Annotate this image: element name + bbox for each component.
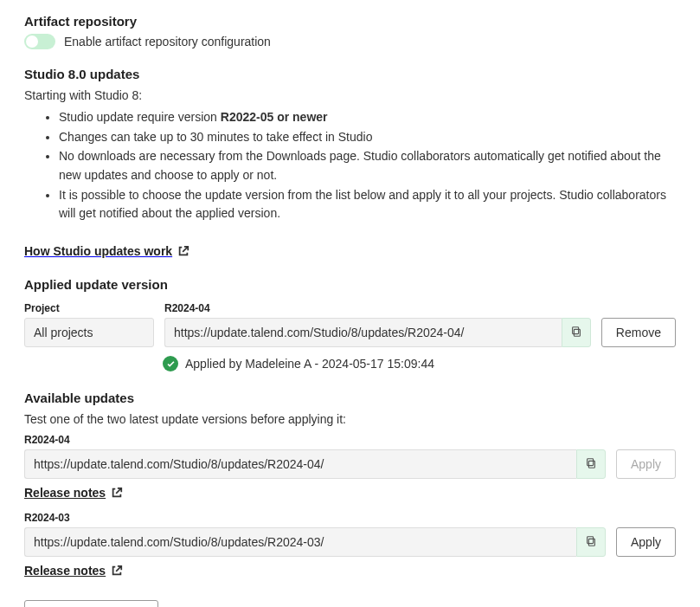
svg-rect-4 <box>588 539 594 546</box>
applied-status: Applied by Madeleine A - 2024-05-17 15:0… <box>185 357 434 371</box>
available-subtitle: Test one of the two latest update versio… <box>24 410 676 429</box>
copy-icon <box>585 457 597 472</box>
list-item: Changes can take up to 30 minutes to tak… <box>59 128 676 147</box>
release-notes-link[interactable]: Release notes <box>24 486 123 500</box>
studio-intro: Starting with Studio 8: <box>24 87 676 105</box>
copy-button[interactable] <box>562 318 591 347</box>
svg-rect-2 <box>588 461 594 468</box>
svg-rect-3 <box>588 458 594 465</box>
external-link-icon <box>111 487 123 499</box>
list-item: Studio update require version R2022-05 o… <box>59 108 676 127</box>
available-version-label: R2024-03 <box>24 512 676 524</box>
apply-button: Apply <box>616 449 676 479</box>
copy-icon <box>570 326 582 340</box>
project-select[interactable]: All projects <box>24 318 154 347</box>
svg-rect-0 <box>574 329 580 336</box>
add-update-button[interactable]: Add update version <box>24 600 158 607</box>
external-link-icon <box>111 565 123 577</box>
studio-updates-title: Studio 8.0 updates <box>24 67 676 81</box>
external-link-icon <box>177 245 189 257</box>
artifact-toggle[interactable] <box>24 34 55 49</box>
applied-title: Applied update version <box>24 277 676 292</box>
copy-button[interactable] <box>576 527 606 557</box>
applied-version-label: R2024-04 <box>164 302 591 314</box>
applied-url-input[interactable]: https://update.talend.com/Studio/8/updat… <box>164 318 562 347</box>
studio-bullets: Studio update require version R2022-05 o… <box>59 108 676 223</box>
svg-rect-1 <box>572 326 578 333</box>
how-studio-link[interactable]: How Studio updates work <box>24 244 189 258</box>
release-notes-link[interactable]: Release notes <box>24 564 123 578</box>
available-version-label: R2024-04 <box>24 434 676 446</box>
available-title: Available updates <box>24 391 676 405</box>
remove-button[interactable]: Remove <box>601 318 676 347</box>
project-label: Project <box>24 302 154 314</box>
artifact-toggle-label: Enable artifact repository configuration <box>64 35 271 48</box>
artifact-repo-title: Artifact repository <box>24 14 676 29</box>
list-item: No downloads are necessary from the Down… <box>59 147 676 184</box>
list-item: It is possible to choose the update vers… <box>59 186 676 223</box>
copy-icon <box>585 535 597 550</box>
available-url-input[interactable]: https://update.talend.com/Studio/8/updat… <box>24 527 576 557</box>
available-url-input[interactable]: https://update.talend.com/Studio/8/updat… <box>24 449 576 479</box>
check-circle-icon <box>163 356 178 371</box>
apply-button[interactable]: Apply <box>616 527 676 557</box>
svg-rect-5 <box>588 536 594 543</box>
copy-button[interactable] <box>576 449 606 479</box>
